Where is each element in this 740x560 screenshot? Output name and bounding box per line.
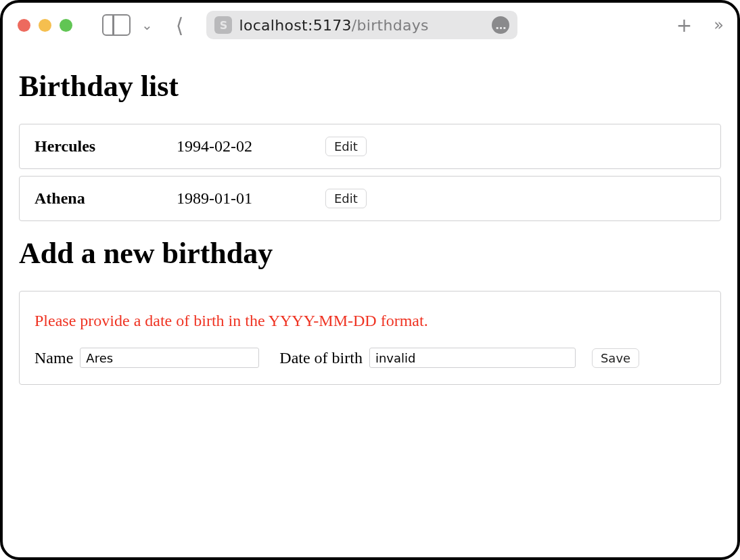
new-tab-button[interactable]: +	[676, 14, 692, 37]
birthday-dob: 1989-01-01	[177, 189, 325, 208]
url-path: /birthdays	[352, 17, 429, 34]
toolbar-right-group: + »	[676, 14, 722, 37]
form-error-message: Please provide a date of birth in the YY…	[34, 312, 706, 330]
maximize-window-button[interactable]	[60, 19, 72, 32]
birthday-list: Hercules 1994-02-02 Edit Athena 1989-01-…	[19, 124, 721, 221]
form-fields-row: Name Date of birth Save	[34, 348, 706, 368]
page-title: Birthday list	[19, 69, 721, 103]
sidebar-toggle-button[interactable]	[102, 14, 131, 36]
dob-input[interactable]	[369, 348, 576, 368]
minimize-window-button[interactable]	[39, 19, 51, 32]
add-birthday-form: Please provide a date of birth in the YY…	[19, 291, 721, 385]
birthday-name: Hercules	[34, 137, 177, 156]
titlebar: ⌄ ⟨ S localhost:5173/birthdays … + »	[3, 3, 737, 47]
url-display: localhost:5173/birthdays	[239, 17, 428, 34]
nav-back-button[interactable]: ⟨	[164, 14, 191, 37]
save-button[interactable]: Save	[592, 348, 639, 368]
window-controls	[18, 19, 72, 32]
birthday-dob: 1994-02-02	[177, 137, 325, 156]
list-item: Athena 1989-01-01 Edit	[19, 176, 721, 221]
add-heading: Add a new birthday	[19, 236, 721, 271]
name-label: Name	[34, 349, 73, 367]
tab-group-dropdown[interactable]: ⌄	[139, 17, 156, 33]
edit-button[interactable]: Edit	[325, 189, 367, 208]
page-actions-button[interactable]: …	[492, 16, 509, 34]
list-item: Hercules 1994-02-02 Edit	[19, 124, 721, 169]
browser-window: ⌄ ⟨ S localhost:5173/birthdays … + » Bir…	[0, 0, 740, 560]
close-window-button[interactable]	[18, 19, 30, 32]
address-bar[interactable]: S localhost:5173/birthdays …	[206, 11, 517, 39]
name-input[interactable]	[80, 348, 259, 368]
overflow-menu-button[interactable]: »	[714, 16, 720, 34]
birthday-name: Athena	[34, 189, 177, 208]
page-content: Birthday list Hercules 1994-02-02 Edit A…	[3, 47, 737, 401]
dob-label: Date of birth	[279, 349, 363, 367]
edit-button[interactable]: Edit	[325, 137, 367, 156]
toolbar-left-group: ⌄ ⟨	[82, 14, 190, 37]
site-identity-icon[interactable]: S	[214, 16, 232, 34]
url-host: localhost:5173	[239, 17, 351, 34]
sidebar-toggle-icon	[112, 16, 114, 34]
